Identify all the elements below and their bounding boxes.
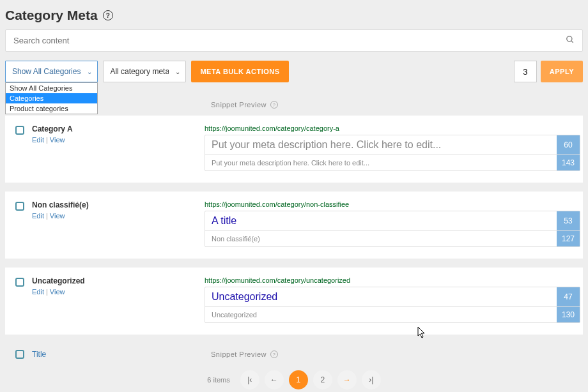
table-row: Non classifié(e) Edit|View https://joomu… <box>5 192 583 259</box>
snippet-meta[interactable]: Uncategorized <box>205 307 554 322</box>
bulk-actions-button[interactable]: META BULK ACTIONS <box>191 61 288 82</box>
dropdown-label: Show All Categories <box>12 67 81 76</box>
category-filter-dropdown[interactable]: Show All Categories ⌄ <box>5 61 98 82</box>
pagination-last[interactable]: ›| <box>362 370 381 389</box>
row-title: Uncategorized <box>32 276 205 285</box>
snippet-box: Uncategorized 47 Uncategorized 130 <box>205 287 580 323</box>
edit-link[interactable]: Edit <box>32 212 44 220</box>
row-actions: Edit|View <box>32 288 205 296</box>
apply-button[interactable]: APPLY <box>541 61 583 82</box>
chevron-down-icon: ⌄ <box>87 68 92 75</box>
title-length-badge: 60 <box>557 135 580 155</box>
column-snippet: Snippet Preview ? <box>211 351 278 358</box>
snippet-title[interactable]: Uncategorized <box>205 287 554 306</box>
svg-point-0 <box>567 36 572 41</box>
snippet-box: A title 53 Non classifié(e) 127 <box>205 211 580 247</box>
table-row: Category A Edit|View https://joomunited.… <box>5 116 583 183</box>
pagination-first[interactable]: |‹ <box>240 370 259 389</box>
meta-length-badge: 127 <box>557 231 580 246</box>
row-checkbox[interactable] <box>15 202 24 211</box>
pagination-prev[interactable]: ← <box>265 370 284 389</box>
select-all-checkbox[interactable] <box>15 350 24 359</box>
edit-link[interactable]: Edit <box>32 288 44 296</box>
pagination-info: 6 items <box>207 376 229 384</box>
dropdown-option[interactable]: Show All Categories <box>6 83 97 93</box>
svg-line-1 <box>571 41 573 43</box>
help-icon[interactable]: ? <box>270 351 278 358</box>
row-actions: Edit|View <box>32 212 205 220</box>
category-filter-menu: Show All Categories Categories Product c… <box>5 82 98 114</box>
snippet-url: https://joomunited.com/category/uncatego… <box>205 276 580 284</box>
pagination: 6 items |‹ ← 1 2 → ›| <box>5 365 583 392</box>
title-length-badge: 47 <box>557 287 580 306</box>
view-link[interactable]: View <box>50 212 65 220</box>
pagination-next[interactable]: → <box>337 370 357 389</box>
search-bar[interactable] <box>5 29 583 52</box>
view-link[interactable]: View <box>50 288 65 296</box>
help-icon[interactable]: ? <box>270 101 278 109</box>
row-actions: Edit|View <box>32 136 205 144</box>
search-icon[interactable] <box>566 35 575 46</box>
table-footer: Title Snippet Preview ? <box>5 343 583 365</box>
snippet-meta[interactable]: Non classifié(e) <box>205 231 554 246</box>
items-per-page-input[interactable] <box>514 61 537 82</box>
search-input[interactable] <box>13 36 566 45</box>
snippet-meta[interactable]: Put your meta description here. Click he… <box>205 155 554 170</box>
pagination-page[interactable]: 1 <box>289 370 308 389</box>
snippet-title[interactable]: Put your meta description here. Click he… <box>205 135 554 155</box>
row-title: Non classifié(e) <box>32 200 205 209</box>
meta-info-dropdown[interactable]: All category meta infori ⌄ <box>103 61 186 82</box>
help-icon[interactable]: ? <box>103 10 113 20</box>
dropdown-option[interactable]: Categories <box>6 93 97 103</box>
table-row: Uncategorized Edit|View https://joomunit… <box>5 268 583 335</box>
dropdown-option[interactable]: Product categories <box>6 103 97 114</box>
column-title[interactable]: Title <box>32 350 211 359</box>
row-checkbox[interactable] <box>15 278 24 287</box>
snippet-title[interactable]: A title <box>205 211 554 230</box>
column-snippet: Snippet Preview ? <box>211 101 278 109</box>
meta-length-badge: 143 <box>557 155 580 170</box>
snippet-url: https://joomunited.com/category/category… <box>205 124 580 132</box>
snippet-box: Put your meta description here. Click he… <box>205 135 580 171</box>
title-length-badge: 53 <box>557 211 580 230</box>
view-link[interactable]: View <box>50 136 65 144</box>
row-checkbox[interactable] <box>15 126 24 135</box>
row-title: Category A <box>32 124 205 133</box>
page-title: Category Meta <box>5 8 98 23</box>
edit-link[interactable]: Edit <box>32 136 44 144</box>
chevron-down-icon: ⌄ <box>175 68 180 75</box>
dropdown-label: All category meta infori <box>110 67 169 76</box>
snippet-url: https://joomunited.com/category/non-clas… <box>205 200 580 208</box>
pagination-page[interactable]: 2 <box>313 370 332 389</box>
meta-length-badge: 130 <box>557 307 580 322</box>
